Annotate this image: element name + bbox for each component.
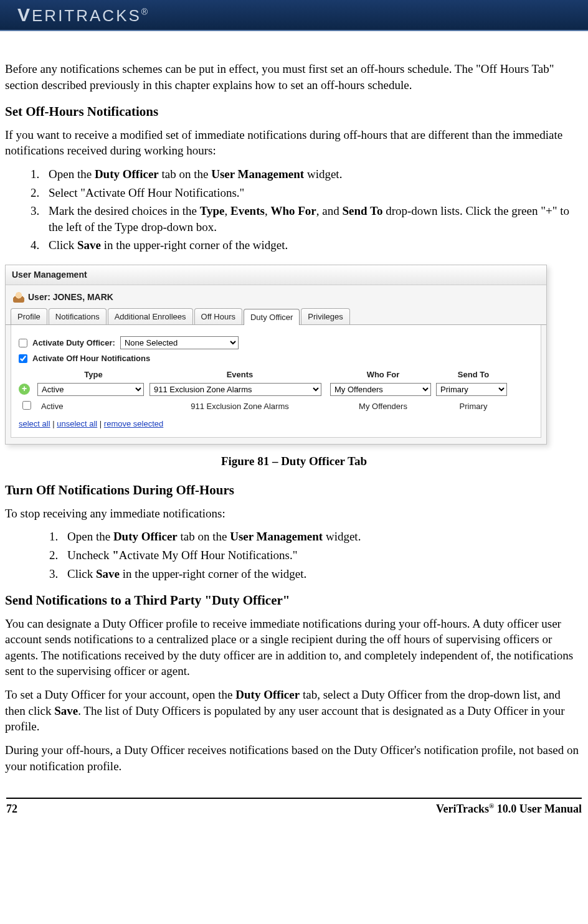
section1-heading: Set Off-Hours Notifications bbox=[5, 103, 583, 120]
footer-title: VeriTracks® 10.0 User Manual bbox=[436, 801, 582, 816]
figure-caption: Figure 81 – Duty Officer Tab bbox=[5, 453, 583, 469]
logo: VERITRACKS® bbox=[17, 2, 148, 28]
row-whofor: My Offenders bbox=[330, 398, 436, 415]
col-sendto: Send To bbox=[436, 369, 511, 380]
col-whofor: Who For bbox=[330, 369, 436, 380]
bulk-links: select all | unselect all | remove selec… bbox=[19, 418, 533, 430]
section2-steps: Open the Duty Officer tab on the User Ma… bbox=[61, 529, 583, 582]
tab-notifications[interactable]: Notifications bbox=[49, 308, 107, 325]
step-1: Open the Duty Officer tab on the User Ma… bbox=[42, 166, 583, 182]
type-select[interactable]: Active bbox=[37, 383, 144, 396]
section1-steps: Open the Duty Officer tab on the User Ma… bbox=[42, 166, 583, 253]
tab-duty-officer[interactable]: Duty Officer bbox=[244, 309, 300, 326]
unselect-all-link[interactable]: unselect all bbox=[57, 419, 97, 428]
section3-heading: Send Notifications to a Third Party "Dut… bbox=[5, 592, 583, 609]
section3-p3: During your off-hours, a Duty Officer re… bbox=[5, 742, 583, 774]
activate-offhour-checkbox[interactable] bbox=[19, 354, 27, 363]
row-events: 911 Exclusion Zone Alarms bbox=[149, 398, 330, 415]
user-row: User: JONES, MARK bbox=[6, 285, 546, 308]
row-sendto: Primary bbox=[436, 398, 511, 415]
s2-step-2: Uncheck "Activate My Off Hour Notificati… bbox=[61, 547, 583, 563]
widget-title: User Management bbox=[6, 265, 546, 285]
events-select[interactable]: 911 Exclusion Zone Alarms bbox=[149, 383, 321, 396]
row-type: Active bbox=[37, 398, 149, 415]
logo-reg: ® bbox=[141, 7, 148, 17]
col-events: Events bbox=[149, 369, 330, 380]
user-icon bbox=[13, 291, 24, 303]
col-type: Type bbox=[37, 369, 149, 380]
section3-p2: To set a Duty Officer for your account, … bbox=[5, 687, 583, 735]
step-4: Click Save in the upper-right corner of … bbox=[42, 237, 583, 253]
activate-duty-officer-label: Activate Duty Officer: bbox=[32, 337, 115, 349]
page-number: 72 bbox=[6, 801, 17, 816]
activate-duty-officer-checkbox[interactable] bbox=[19, 339, 27, 347]
logo-text: ERITRACKS bbox=[32, 6, 141, 25]
user-label: User: JONES, MARK bbox=[28, 291, 113, 303]
section3-p1: You can designate a Duty Officer profile… bbox=[5, 616, 583, 680]
intro-paragraph: Before any notifications schemes can be … bbox=[5, 61, 583, 93]
s2-step-3: Click Save in the upper-right corner of … bbox=[61, 566, 583, 582]
add-row-icon[interactable]: + bbox=[19, 384, 30, 395]
column-headers: Type Events Who For Send To bbox=[19, 369, 533, 380]
section2-heading: Turn Off Notifications During Off-Hours bbox=[5, 481, 583, 499]
duty-officer-select[interactable]: None Selected bbox=[120, 336, 239, 349]
tab-privileges[interactable]: Privileges bbox=[301, 308, 349, 325]
whofor-select[interactable]: My Offenders bbox=[330, 383, 431, 396]
user-management-widget: User Management User: JONES, MARK Profil… bbox=[5, 265, 547, 445]
remove-selected-link[interactable]: remove selected bbox=[104, 419, 163, 428]
select-all-link[interactable]: select all bbox=[19, 419, 50, 428]
tab-additional-enrollees[interactable]: Additional Enrollees bbox=[108, 308, 193, 325]
duty-officer-panel: Activate Duty Officer: None Selected Act… bbox=[11, 325, 541, 437]
tab-profile[interactable]: Profile bbox=[11, 308, 47, 325]
row-checkbox[interactable] bbox=[22, 401, 31, 410]
table-row: Active 911 Exclusion Zone Alarms My Offe… bbox=[19, 398, 533, 415]
editor-row: + Active 911 Exclusion Zone Alarms My Of… bbox=[19, 383, 533, 396]
tab-off-hours[interactable]: Off Hours bbox=[194, 308, 242, 325]
tab-strip: Profile Notifications Additional Enrolle… bbox=[6, 308, 546, 326]
s2-step-1: Open the Duty Officer tab on the User Ma… bbox=[61, 529, 583, 545]
section2-lead: To stop receiving any immediate notifica… bbox=[5, 506, 583, 522]
section1-lead: If you want to receive a modified set of… bbox=[5, 127, 583, 159]
step-2: Select "Activate Off Hour Notifications.… bbox=[42, 185, 583, 201]
step-3: Mark the desired choices in the Type, Ev… bbox=[42, 203, 583, 235]
activate-offhour-label: Activate Off Hour Notifications bbox=[32, 353, 150, 364]
sendto-select[interactable]: Primary bbox=[436, 383, 507, 396]
app-header: VERITRACKS® bbox=[0, 0, 588, 31]
page-footer: 72 VeriTracks® 10.0 User Manual bbox=[6, 798, 582, 823]
